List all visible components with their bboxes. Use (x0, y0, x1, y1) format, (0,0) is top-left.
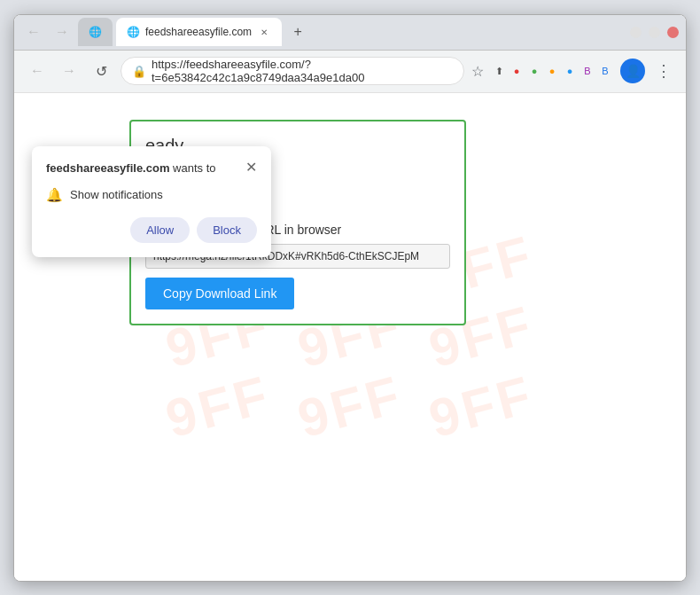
ext-icon-3[interactable]: ● (526, 63, 542, 79)
popup-close-button[interactable]: ✕ (245, 160, 257, 175)
maximize-button[interactable] (649, 27, 660, 38)
tab-bar: ← → 🌐 🌐 feedshareeasyfile.com ✕ + (21, 18, 626, 46)
minimize-button[interactable] (630, 27, 642, 38)
tab-inactive-favicon: 🌐 (89, 26, 102, 38)
back-nav-tab[interactable]: ← (21, 20, 46, 44)
ext-icon-5[interactable]: ● (562, 63, 578, 79)
window-controls (630, 27, 679, 38)
popup-site-name: feedshareeasyfile.com (46, 161, 169, 175)
tab-favicon: 🌐 (127, 26, 140, 38)
address-text: https://feedshareeasyfile.com/?t=6e53842… (152, 58, 453, 84)
bookmark-button[interactable]: ☆ (471, 63, 484, 80)
popup-permission-label: Show notifications (70, 188, 163, 201)
forward-nav-tab[interactable]: → (50, 20, 74, 44)
new-tab-button[interactable]: + (285, 20, 310, 44)
ext-icon-4[interactable]: ● (544, 63, 560, 79)
popup-buttons: Allow Block (46, 217, 257, 243)
popup-title-suffix: wants to (169, 161, 215, 175)
block-button[interactable]: Block (197, 217, 257, 243)
tab-active[interactable]: 🌐 feedshareeasyfile.com ✕ (116, 18, 282, 46)
copy-download-link-button[interactable]: Copy Download Link (145, 278, 294, 309)
page-content: 9FF 9FF 9FF 9FF 9FF 9FF 9FF 9FF 9FF feed… (14, 93, 686, 581)
extension-icons: ⬆ ● ● ● ● B B (491, 63, 613, 79)
popup-title: feedshareeasyfile.com wants to (46, 160, 216, 176)
menu-button[interactable]: ⋮ (652, 58, 675, 84)
ext-icon-2[interactable]: ● (509, 63, 525, 79)
profile-button[interactable]: 👤 (620, 59, 645, 83)
bell-icon: 🔔 (46, 187, 63, 203)
ext-icon-6[interactable]: B (579, 63, 595, 79)
popup-header: feedshareeasyfile.com wants to ✕ (46, 160, 257, 176)
ext-icon-7[interactable]: B (597, 63, 613, 79)
lock-icon: 🔒 (132, 65, 146, 78)
ext-icon-1[interactable]: ⬆ (491, 63, 507, 79)
title-bar: ← → 🌐 🌐 feedshareeasyfile.com ✕ + (14, 15, 686, 51)
tab-inactive[interactable]: 🌐 (78, 18, 113, 46)
reload-button[interactable]: ↺ (89, 59, 113, 83)
allow-button[interactable]: Allow (130, 217, 190, 243)
tab-close-button[interactable]: ✕ (257, 25, 271, 39)
forward-button[interactable]: → (57, 59, 82, 83)
address-bar: ← → ↺ 🔒 https://feedshareeasyfile.com/?t… (14, 51, 686, 93)
popup-permission: 🔔 Show notifications (46, 187, 257, 203)
notification-popup: feedshareeasyfile.com wants to ✕ 🔔 Show … (32, 146, 271, 257)
close-button[interactable] (667, 27, 679, 38)
address-input-wrapper[interactable]: 🔒 https://feedshareeasyfile.com/?t=6e538… (121, 57, 464, 85)
back-button[interactable]: ← (25, 59, 50, 83)
tab-title: feedshareeasyfile.com (145, 26, 252, 38)
browser-window: ← → 🌐 🌐 feedshareeasyfile.com ✕ + ← → ↺ (13, 14, 687, 582)
